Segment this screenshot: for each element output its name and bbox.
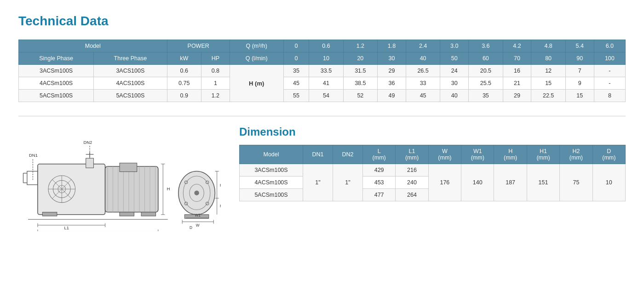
dim-l1-header: L1(mm): [396, 145, 428, 164]
q-m3-header: Q (m³/h): [230, 40, 283, 52]
dim-w1: 140: [461, 164, 494, 201]
data-col-0: 35: [283, 65, 309, 77]
data-col-4: 33: [406, 77, 440, 90]
table-row: 3ACSm100S 3ACS100S 0.6 0.8 H (m) 35 33.5…: [19, 65, 626, 77]
table-row: 5ACSm100S 5ACS100S 0.9 1.2 55 54 52 49 4…: [19, 90, 626, 102]
col-0-h1: 0: [283, 40, 309, 52]
kw-val: 0.9: [167, 90, 201, 102]
dim-h-header: H(mm): [494, 145, 527, 164]
dimension-section: Dimension Model DN1 DN2 L(mm) L1(mm) W(m…: [239, 125, 626, 201]
col-70-h2: 70: [503, 52, 531, 65]
data-col-6: 35: [469, 90, 503, 102]
svg-point-50: [194, 190, 199, 195]
kw-val: 0.6: [167, 65, 201, 77]
data-col-1: 54: [309, 90, 343, 102]
svg-text:H2: H2: [220, 204, 221, 208]
svg-rect-34: [141, 212, 155, 216]
svg-text:W: W: [196, 223, 200, 228]
data-col-4: 45: [406, 90, 440, 102]
dim-model: 3ACSm100S: [240, 164, 303, 177]
three-phase-val: 3ACS100S: [94, 65, 167, 77]
dim-model: 4ACSm100S: [240, 177, 303, 189]
dim-dn2: 1": [333, 164, 363, 201]
single-phase-val: 3ACSm100S: [19, 65, 94, 77]
data-col-3: 36: [378, 77, 406, 90]
data-col-3: 29: [378, 65, 406, 77]
dim-dn2-header: DN2: [333, 145, 363, 164]
kw-header: kW: [167, 52, 201, 65]
svg-rect-31: [120, 163, 137, 172]
pump-diagram-svg: DN1 DN2: [18, 125, 221, 231]
tech-table: Model POWER Q (m³/h) 0 0.6 1.2 1.8 2.4 3…: [18, 40, 626, 102]
data-col-2: 38.5: [343, 77, 377, 90]
col-54-h1: 5.4: [565, 40, 594, 52]
data-col-0: 45: [283, 77, 309, 90]
col-42-h1: 4.2: [503, 40, 531, 52]
three-phase-val: 4ACS100S: [94, 77, 167, 90]
dim-row-1: 3ACSm100S 1" 1" 429 216 176 140 187 151 …: [240, 164, 626, 177]
svg-text:DN1: DN1: [29, 153, 38, 158]
hp-val: 1: [201, 77, 230, 90]
data-col-3: 49: [378, 90, 406, 102]
data-col-5: 30: [440, 77, 469, 90]
data-col-2: 31.5: [343, 65, 377, 77]
dim-model: 5ACSm100S: [240, 189, 303, 201]
dim-l1: 216: [396, 164, 428, 177]
three-phase-header: Three Phase: [94, 52, 167, 65]
data-col-8: 12: [531, 65, 565, 77]
model-header: Model: [19, 40, 167, 52]
data-col-9: 15: [565, 90, 594, 102]
bottom-section: DN1 DN2: [18, 125, 626, 231]
dim-w-header: W(mm): [428, 145, 461, 164]
data-col-6: 25.5: [469, 77, 503, 90]
svg-rect-20: [105, 166, 158, 212]
section-divider: [18, 116, 626, 116]
data-col-2: 52: [343, 90, 377, 102]
col-20-h2: 20: [343, 52, 377, 65]
dim-l: 429: [362, 164, 395, 177]
dim-l: 477: [362, 189, 395, 201]
data-col-9: 9: [565, 77, 594, 90]
svg-text:H1: H1: [220, 183, 221, 188]
svg-text:W1: W1: [195, 213, 201, 217]
single-phase-val: 5ACSm100S: [19, 90, 94, 102]
q-lmin-header: Q (l/min): [230, 52, 283, 65]
tech-table-wrapper: Model POWER Q (m³/h) 0 0.6 1.2 1.8 2.4 3…: [18, 40, 626, 102]
data-col-8: 22.5: [531, 90, 565, 102]
dim-w1-header: W1(mm): [461, 145, 494, 164]
data-col-9: 7: [565, 65, 594, 77]
dim-l: 453: [362, 177, 395, 189]
dim-table: Model DN1 DN2 L(mm) L1(mm) W(mm) W1(mm) …: [239, 145, 626, 201]
data-col-4: 26.5: [406, 65, 440, 77]
dim-l-header: L(mm): [362, 145, 395, 164]
svg-text:DN2: DN2: [83, 140, 92, 145]
col-40-h2: 40: [406, 52, 440, 65]
diagram-area: DN1 DN2: [18, 125, 221, 231]
data-col-5: 24: [440, 65, 469, 77]
hp-val: 1.2: [201, 90, 230, 102]
hp-header: HP: [201, 52, 230, 65]
header-row-2: Single Phase Three Phase kW HP Q (l/min)…: [19, 52, 626, 65]
dim-d-header: D(mm): [592, 145, 625, 164]
svg-rect-32: [42, 212, 57, 216]
dim-h1-header: H1(mm): [527, 145, 559, 164]
col-90-h2: 90: [565, 52, 594, 65]
dim-h: 187: [494, 164, 527, 201]
data-col-7: 21: [503, 77, 531, 90]
h-label-cell: H (m): [230, 65, 283, 102]
single-phase-header: Single Phase: [19, 52, 94, 65]
col-24-h1: 2.4: [406, 40, 440, 52]
dim-model-header: Model: [240, 145, 303, 164]
col-0-h2: 0: [283, 52, 309, 65]
svg-text:H: H: [167, 186, 170, 191]
data-col-7: 29: [503, 90, 531, 102]
dimension-title: Dimension: [239, 125, 626, 138]
table-row: 4ACSm100S 4ACS100S 0.75 1 45 41 38.5 36 …: [19, 77, 626, 90]
svg-rect-33: [120, 212, 134, 216]
col-06-h1: 0.6: [309, 40, 343, 52]
data-col-0: 55: [283, 90, 309, 102]
svg-rect-5: [27, 171, 38, 185]
kw-val: 0.75: [167, 77, 201, 90]
dim-dn1-header: DN1: [303, 145, 333, 164]
page-title: Technical Data: [18, 14, 626, 28]
